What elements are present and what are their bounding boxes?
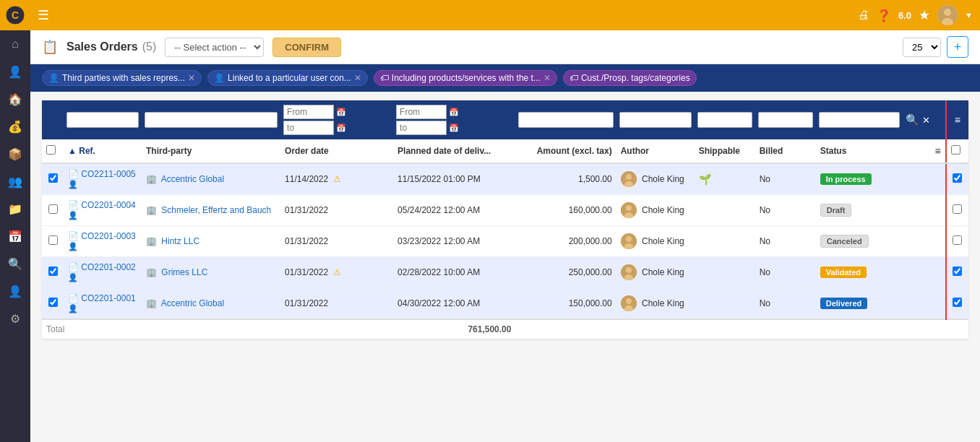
row-shippable-4 [695,288,755,320]
header-billed[interactable]: Billed [755,139,816,163]
ref-link-1[interactable]: CO2201-0004 [81,200,135,210]
row-checkbox-4[interactable] [48,298,58,307]
filter-chip-label-2: Including products/services with the t..… [392,73,541,83]
header-shippable[interactable]: Shippable [695,139,755,163]
sidebar-item-home[interactable]: ⌂ [0,30,30,58]
header-third-party-label: Third-party [146,146,192,156]
filter-chip-0[interactable]: 👤 Third parties with sales repres... ✕ [42,70,202,86]
header-checkbox-col [42,139,64,163]
search-author-input[interactable] [619,112,692,128]
row-action-checkbox-2[interactable] [953,235,962,245]
sidebar-item-settings[interactable]: ⚙ [0,305,30,332]
column-settings-icon[interactable]: ≡ [955,114,960,126]
sidebar-item-folder[interactable]: 📁 [0,195,30,222]
third-party-link-2[interactable]: Hintz LLC [161,236,199,246]
ref-link-2[interactable]: CO2201-0003 [81,231,135,241]
select-all-checkbox[interactable] [46,145,56,155]
sidebar-item-inventory[interactable]: 📦 [0,140,30,168]
per-page-select[interactable]: 25 [903,38,941,57]
row-action-checkbox-0[interactable] [953,173,962,183]
header-status[interactable]: Status [816,139,903,163]
ref-user-icon-4: 👤 [68,304,78,313]
row-ref-2: 📄 CO2201-0003 👤 [64,226,142,257]
confirm-button[interactable]: CONFIRM [272,38,341,57]
search-clear-icon[interactable]: ✕ [922,115,930,126]
header-order-date[interactable]: Order date [280,139,393,163]
warning-icon-3: ⚠ [333,267,341,277]
sidebar-item-sales[interactable]: 🏠 [0,85,30,113]
planned-date-from-cal[interactable]: 📅 [449,108,459,117]
row-action-checkbox-4[interactable] [953,298,962,307]
order-date-to-cal[interactable]: 📅 [336,124,346,133]
status-badge-4: Delivered [820,298,868,309]
ref-link-0[interactable]: CO2211-0005 [81,169,135,179]
order-date-to-input[interactable] [283,121,334,135]
planned-date-from-input[interactable] [396,105,447,119]
row-checkbox-2[interactable] [48,235,58,245]
order-date-from-cal[interactable]: 📅 [336,108,346,117]
third-party-link-1[interactable]: Schmeler, Effertz and Bauch [161,205,271,215]
table-row: 📄 CO2211-0005 👤 🏢 Accentric Global 11/14… [42,163,968,195]
filter-chip-remove-1[interactable]: ✕ [354,73,361,83]
header-author[interactable]: Author [616,139,695,163]
header-third-party[interactable]: Third-party [142,139,280,163]
search-amount-input[interactable] [518,112,613,128]
app-logo[interactable]: C [0,0,30,30]
ref-link-4[interactable]: CO2201-0001 [81,293,135,303]
header-col-ctrl[interactable]: ≡ [903,139,946,163]
row-planned-date-1: 05/24/2022 12:00 AM [393,195,515,226]
third-party-link-0[interactable]: Accentric Global [161,174,224,184]
avatar[interactable] [937,5,958,25]
sidebar-item-accounting[interactable]: 💰 [0,113,30,140]
print-icon[interactable]: 🖨 [858,9,869,22]
filter-chip-1[interactable]: 👤 Linked to a particular user con... ✕ [207,70,368,86]
search-third-party-input[interactable] [145,112,278,128]
action-select[interactable]: -- Select action -- [165,38,264,57]
third-party-link-4[interactable]: Accentric Global [161,298,224,308]
filter-chip-2[interactable]: 🏷 Including products/services with the t… [374,70,557,86]
search-shippable-select[interactable] [697,112,752,128]
order-date-from-input[interactable] [283,105,334,119]
row-checkbox-col-1 [42,195,64,226]
company-icon-1: 🏢 [146,205,157,215]
header-ref[interactable]: ▲ Ref. [64,139,142,163]
header-author-label: Author [621,146,649,156]
add-button[interactable]: + [947,36,968,58]
sidebar-item-person2[interactable]: 👤 [0,277,30,305]
main-content: ☰ 🖨 ❓ 6.0 ★ ▼ 📋 Sales Orders (5) [30,0,980,442]
row-shippable-0: 🌱 [695,163,755,195]
row-checkbox-3[interactable] [48,266,58,276]
header-planned-date[interactable]: Planned date of deliv... [393,139,515,163]
row-amount-2: 200,000.00 [515,226,616,257]
hamburger-icon[interactable]: ☰ [38,7,49,23]
favorite-icon[interactable]: ★ [919,7,930,23]
row-checkbox-0[interactable] [48,173,58,183]
header-amount[interactable]: Amount (excl. tax) [515,139,616,163]
header-actions-checkbox[interactable] [951,145,960,155]
search-status-select[interactable] [819,112,900,128]
sidebar-item-calendar[interactable]: 📅 [0,222,30,250]
planned-date-to-cal[interactable]: 📅 [449,124,459,133]
filter-chip-remove-2[interactable]: ✕ [543,73,551,83]
sidebar-item-contacts[interactable]: 👤 [0,58,30,85]
filter-chip-3[interactable]: 🏷 Cust./Prosp. tags/categories [563,70,697,86]
row-checkbox-1[interactable] [48,204,58,214]
third-party-link-3[interactable]: Grimes LLC [161,267,207,277]
avatar-dropdown-icon[interactable]: ▼ [965,11,973,20]
row-action-checkbox-1[interactable] [953,204,962,214]
sidebar-item-search[interactable]: 🔍 [0,250,30,277]
col-toggle-icon[interactable]: ≡ [935,145,941,157]
sidebar-item-hr[interactable]: 👥 [0,168,30,195]
search-ref-input[interactable] [66,112,139,128]
filter-chip-remove-0[interactable]: ✕ [188,73,195,83]
search-execute-icon[interactable]: 🔍 [906,113,919,126]
header-order-date-label: Order date [285,146,329,156]
ref-link-3[interactable]: CO2201-0002 [81,262,135,272]
help-icon[interactable]: ❓ [877,9,891,22]
row-action-checkbox-3[interactable] [953,266,962,276]
search-billed-select[interactable] [758,112,813,128]
table-row: 📄 CO2201-0004 👤 🏢 Schmeler, Effertz and … [42,195,968,226]
svg-point-12 [626,236,632,242]
author-avatar-4 [621,295,637,311]
planned-date-to-input[interactable] [396,121,447,135]
